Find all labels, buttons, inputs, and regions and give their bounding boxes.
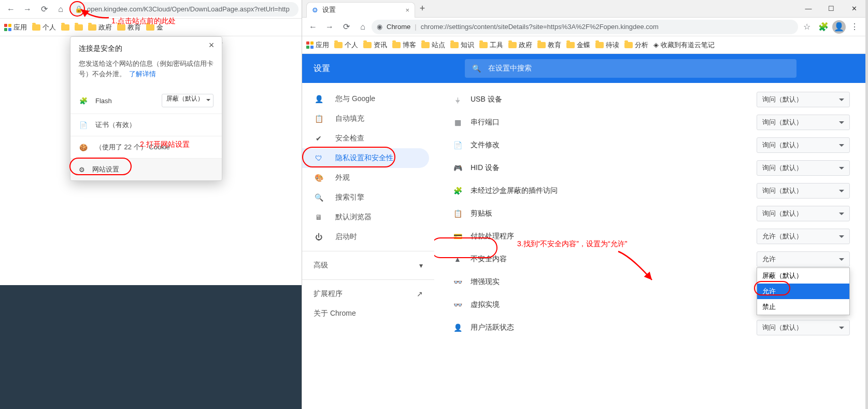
site-info-popup: × 连接是安全的 您发送给这个网站的信息（例如密码或信用卡号）不会外泄。了解详情… <box>70 36 222 181</box>
permission-label: 用户活跃状态 <box>471 323 514 332</box>
reload-button[interactable]: ⟳ <box>36 2 52 17</box>
tab-title: 设置 <box>322 5 336 15</box>
bookmark-folder[interactable]: 个人 <box>32 23 56 32</box>
dropdown-option-deny[interactable]: 禁止 <box>757 299 849 315</box>
bookmark-folder[interactable]: 政府 <box>88 23 112 32</box>
permission-row: ⏚USB 设备询问（默认） <box>450 88 850 111</box>
nav-startup[interactable]: ⏻启动时 <box>302 227 434 247</box>
vr-icon: 👓 <box>450 278 465 286</box>
bookmark-folder[interactable]: 博客 <box>392 40 416 50</box>
bookmark-folder[interactable]: 教育 <box>537 40 561 50</box>
permission-select[interactable]: 询问（默认） <box>757 320 850 335</box>
lock-icon[interactable]: 🔒 <box>75 5 83 13</box>
apps-shortcut[interactable]: 应用 <box>306 40 329 50</box>
left-address-bar[interactable]: 🔒 open.kingdee.com/K3Cloud/Open/DownLoad… <box>69 2 298 17</box>
star-icon[interactable]: ☆ <box>799 19 815 35</box>
new-tab-button[interactable]: + <box>415 2 430 16</box>
close-window-button[interactable]: ✕ <box>843 0 865 18</box>
window-titlebar: ⚙ 设置 × + — ☐ ✕ <box>302 0 865 18</box>
bookmark-folder[interactable]: 金 <box>146 23 163 32</box>
permission-select[interactable]: 询问（默认） <box>757 160 850 176</box>
user-icon: 👤 <box>450 323 465 332</box>
nav-appearance[interactable]: 🎨外观 <box>302 168 434 188</box>
certificate-row[interactable]: 📄 证书（有效） <box>70 114 222 136</box>
permission-row: 📄文件修改询问（默认） <box>450 134 850 157</box>
permission-label: USB 设备 <box>471 95 502 104</box>
nav-you-and-google[interactable]: 👤您与 Google <box>302 89 434 109</box>
left-url-text: open.kingdee.com/K3Cloud/Open/DownLoadPa… <box>87 5 290 13</box>
nav-default-browser[interactable]: 🖥默认浏览器 <box>302 207 434 227</box>
bookmark-folder[interactable]: 分析 <box>624 40 648 50</box>
bookmark-folder[interactable] <box>75 24 83 31</box>
permission-select[interactable]: 询问（默认） <box>757 206 850 221</box>
bookmark-folder[interactable]: 资讯 <box>363 40 387 50</box>
permission-row: 👤用户活跃状态询问（默认） <box>450 316 850 339</box>
chevron-down-icon: ▾ <box>419 261 423 270</box>
extension-icon[interactable]: 🧩 <box>816 19 831 35</box>
minimize-button[interactable]: — <box>797 0 820 18</box>
permission-row: ▦串行端口询问（默认） <box>450 111 850 134</box>
permission-dropdown[interactable]: 屏蔽（默认） 允许 禁止 <box>757 267 850 315</box>
learn-more-link[interactable]: 了解详情 <box>129 70 156 78</box>
shield-check-icon: ✔ <box>314 134 324 143</box>
flash-label: Flash <box>95 97 112 105</box>
permission-label: 增强现实 <box>471 277 500 287</box>
nav-about[interactable]: 关于 Chrome <box>302 304 434 323</box>
maximize-button[interactable]: ☐ <box>820 0 843 18</box>
nav-search-engine[interactable]: 🔍搜索引擎 <box>302 188 434 207</box>
cookie-icon: 🍪 <box>79 144 88 151</box>
forward-button[interactable]: → <box>20 2 35 17</box>
permission-row: 🎮HID 设备询问（默认） <box>450 157 850 179</box>
profile-icon[interactable]: 👤 <box>832 20 846 34</box>
browser-tab[interactable]: ⚙ 设置 × <box>306 2 415 18</box>
back-button[interactable]: ← <box>305 19 321 35</box>
youdao-bookmark[interactable]: ◈收藏到有道云笔记 <box>653 40 715 50</box>
home-button[interactable]: ⌂ <box>53 2 68 17</box>
nav-privacy[interactable]: 🛡隐私设置和安全性 <box>302 148 429 168</box>
flash-select[interactable]: 屏蔽（默认） <box>162 94 214 107</box>
forward-button[interactable]: → <box>322 19 337 35</box>
nav-advanced[interactable]: 高级▾ <box>302 256 434 275</box>
nav-extensions[interactable]: 扩展程序↗ <box>302 284 434 304</box>
bookmark-folder[interactable]: 站点 <box>421 40 445 50</box>
bookmark-folder[interactable]: 金蝶 <box>566 40 590 50</box>
menu-icon[interactable]: ⋮ <box>847 19 862 35</box>
apps-shortcut[interactable]: 应用 <box>4 23 27 32</box>
bookmark-folder[interactable]: 知识 <box>450 40 474 50</box>
settings-search[interactable]: 🔍 在设置中搜索 <box>465 59 796 78</box>
usb-icon: ⏚ <box>450 95 465 104</box>
permission-select[interactable]: 询问（默认） <box>757 137 850 153</box>
bookmark-folder[interactable]: 个人 <box>334 40 358 50</box>
site-settings-row[interactable]: ⚙ 网站设置 <box>70 158 222 180</box>
bookmark-folder[interactable]: 政府 <box>508 40 532 50</box>
left-bookmarks-bar: 应用 个人 政府 教育 金 <box>0 19 302 36</box>
permission-select[interactable]: 允许 <box>757 251 850 267</box>
permission-select[interactable]: 询问（默认） <box>757 183 850 199</box>
close-tab-icon[interactable]: × <box>405 6 409 14</box>
page-dark-section <box>0 285 302 409</box>
back-button[interactable]: ← <box>3 2 19 17</box>
dropdown-option-allow[interactable]: 允许 <box>757 284 849 299</box>
settings-sidebar: 👤您与 Google 📋自动填充 ✔安全检查 🛡隐私设置和安全性 🎨外观 🔍搜索… <box>302 83 434 409</box>
reload-button[interactable]: ⟳ <box>338 19 354 35</box>
bookmark-folder[interactable] <box>61 24 69 31</box>
permission-select[interactable]: 询问（默认） <box>757 115 850 130</box>
nav-safety[interactable]: ✔安全检查 <box>302 129 434 148</box>
right-toolbar: ← → ⟳ ⌂ ◉ Chrome | chrome://settings/con… <box>302 18 865 36</box>
flash-permission-row: 🧩 Flash 屏蔽（默认） <box>70 84 222 114</box>
permission-select[interactable]: 询问（默认） <box>757 92 850 107</box>
home-button[interactable]: ⌂ <box>355 19 371 35</box>
nav-autofill[interactable]: 📋自动填充 <box>302 109 434 129</box>
settings-main: ⏚USB 设备询问（默认）▦串行端口询问（默认）📄文件修改询问（默认）🎮HID … <box>434 83 865 409</box>
bookmark-folder[interactable]: 待读 <box>595 40 619 50</box>
close-icon[interactable]: × <box>205 39 218 51</box>
dropdown-option-block[interactable]: 屏蔽（默认） <box>757 268 849 284</box>
bookmark-folder[interactable]: 教育 <box>117 23 141 32</box>
search-icon: 🔍 <box>314 193 324 202</box>
serial-icon: ▦ <box>450 118 465 126</box>
bookmark-folder[interactable]: 工具 <box>479 40 503 50</box>
permission-label: 不安全内容 <box>471 255 507 264</box>
permission-select[interactable]: 允许（默认） <box>757 229 850 244</box>
cookie-row[interactable]: 🍪 （使用了 22 个） Cookie <box>70 136 222 158</box>
right-address-bar[interactable]: ◉ Chrome | chrome://settings/content/sit… <box>372 20 798 34</box>
